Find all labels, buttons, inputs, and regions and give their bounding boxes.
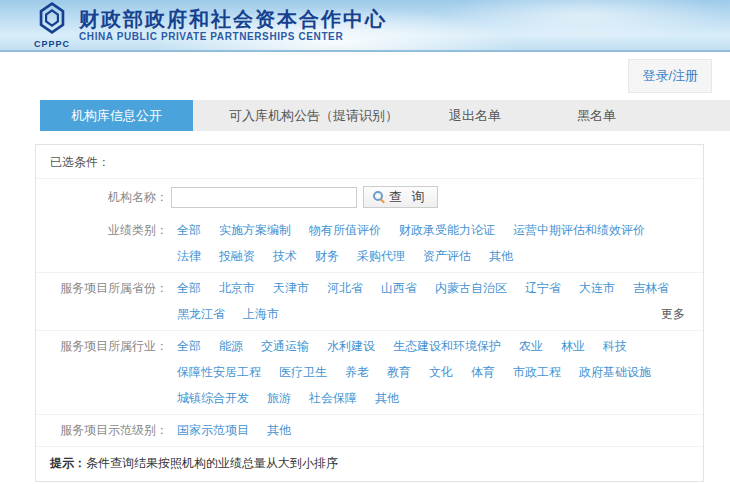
performance-category-option[interactable]: 资产评估 (423, 247, 471, 266)
project-province-options: 全部北京市天津市河北省山西省内蒙古自治区辽宁省大连市吉林省黑龙江省上海市更多 (168, 279, 689, 324)
site-title-en: CHINA PUBLIC PRIVATE PARTNERSHIPS CENTER (79, 31, 387, 42)
filter-row-project-province: 服务项目所属省份：全部北京市天津市河北省山西省内蒙古自治区辽宁省大连市吉林省黑龙… (36, 272, 703, 330)
project-province-option[interactable]: 天津市 (273, 279, 309, 298)
demonstration-level-option[interactable]: 国家示范项目 (177, 421, 249, 440)
project-industry-option[interactable]: 林业 (561, 337, 585, 356)
project-industry-option[interactable]: 旅游 (267, 389, 291, 408)
project-province-option[interactable]: 北京市 (219, 279, 255, 298)
selected-conditions-label: 已选条件： (50, 154, 110, 171)
search-icon (373, 191, 385, 203)
performance-category-option[interactable]: 运营中期评估和绩效评价 (513, 221, 645, 240)
project-industry-option[interactable]: 生态建设和环境保护 (393, 337, 501, 356)
performance-category-option[interactable]: 法律 (177, 247, 201, 266)
project-industry-option[interactable]: 保障性安居工程 (177, 363, 261, 382)
performance-category-option[interactable]: 财政承受能力论证 (399, 221, 495, 240)
performance-category-option[interactable]: 全部 (177, 221, 201, 240)
login-row: 登录/注册 (0, 52, 730, 92)
logo-acronym: CPPPC (34, 39, 70, 49)
performance-category-option[interactable]: 采购代理 (357, 247, 405, 266)
performance-category-option[interactable]: 其他 (489, 247, 513, 266)
project-industry-option[interactable]: 全部 (177, 337, 201, 356)
project-province-option[interactable]: 黑龙江省 (177, 305, 225, 324)
project-industry-option[interactable]: 医疗卫生 (279, 363, 327, 382)
performance-category-option[interactable]: 物有所值评价 (309, 221, 381, 240)
tab-2[interactable]: 可入库机构公告（提请识别） (211, 100, 416, 131)
site-header: CPPPC 财政部政府和社会资本合作中心 CHINA PUBLIC PRIVAT… (0, 0, 730, 52)
org-name-row: 机构名称： 查 询 (36, 178, 703, 215)
performance-category-option[interactable]: 实施方案编制 (219, 221, 291, 240)
performance-category-options: 全部实施方案编制物有所值评价财政承受能力论证运营中期评估和绩效评价法律投融资技术… (168, 221, 689, 266)
project-industry-option[interactable]: 科技 (603, 337, 627, 356)
project-province-option[interactable]: 吉林省 (633, 279, 669, 298)
project-industry-option[interactable]: 水利建设 (327, 337, 375, 356)
tip-row: 提示：条件查询结果按照机构的业绩总量从大到小排序 (36, 446, 703, 481)
performance-category-label: 业绩类别： (50, 221, 168, 240)
demonstration-level-label: 服务项目示范级别： (50, 421, 168, 440)
login-register-button[interactable]: 登录/注册 (628, 59, 712, 93)
filter-row-project-industry: 服务项目所属行业：全部能源交通运输水利建设生态建设和环境保护农业林业科技保障性安… (36, 330, 703, 414)
cpppc-logo: CPPPC (34, 2, 70, 49)
filter-row-demonstration-level: 服务项目示范级别：国家示范项目其他 (36, 414, 703, 446)
filter-panel: 已选条件： 机构名称： 查 询 业绩类别：全部实施方案编制物有所值评价财政承受能… (35, 144, 704, 482)
project-industry-label: 服务项目所属行业： (50, 337, 168, 356)
filter-row-performance-category: 业绩类别：全部实施方案编制物有所值评价财政承受能力论证运营中期评估和绩效评价法律… (36, 215, 703, 272)
project-industry-option[interactable]: 教育 (387, 363, 411, 382)
project-industry-option[interactable]: 社会保障 (309, 389, 357, 408)
project-industry-option[interactable]: 城镇综合开发 (177, 389, 249, 408)
project-industry-option[interactable]: 能源 (219, 337, 243, 356)
demonstration-level-options: 国家示范项目其他 (168, 421, 689, 440)
search-button[interactable]: 查 询 (363, 186, 438, 208)
performance-category-option[interactable]: 财务 (315, 247, 339, 266)
tab-4[interactable]: 黑名单 (534, 100, 659, 131)
project-province-option[interactable]: 全部 (177, 279, 201, 298)
tab-1[interactable]: 机构库信息公开 (40, 100, 193, 131)
project-industry-option[interactable]: 交通运输 (261, 337, 309, 356)
project-industry-option[interactable]: 农业 (519, 337, 543, 356)
project-province-option[interactable]: 大连市 (579, 279, 615, 298)
project-industry-option[interactable]: 养老 (345, 363, 369, 382)
project-province-option[interactable]: 辽宁省 (525, 279, 561, 298)
tab-3[interactable]: 退出名单 (416, 100, 534, 131)
tab-bar: 机构库信息公开可入库机构公告（提请识别）退出名单黑名单 (40, 100, 730, 131)
project-industry-options: 全部能源交通运输水利建设生态建设和环境保护农业林业科技保障性安居工程医疗卫生养老… (168, 337, 689, 408)
tip-label: 提示： (50, 455, 86, 472)
project-industry-option[interactable]: 文化 (429, 363, 453, 382)
project-province-label: 服务项目所属省份： (50, 279, 168, 298)
search-button-label: 查 询 (389, 188, 428, 206)
project-province-option[interactable]: 河北省 (327, 279, 363, 298)
org-name-input[interactable] (171, 187, 357, 208)
tip-text: 条件查询结果按照机构的业绩总量从大到小排序 (86, 455, 338, 472)
project-province-option[interactable]: 内蒙古自治区 (435, 279, 507, 298)
project-province-option[interactable]: 山西省 (381, 279, 417, 298)
performance-category-option[interactable]: 技术 (273, 247, 297, 266)
filter-rows: 业绩类别：全部实施方案编制物有所值评价财政承受能力论证运营中期评估和绩效评价法律… (36, 215, 703, 446)
project-industry-option[interactable]: 其他 (375, 389, 399, 408)
project-industry-option[interactable]: 政府基础设施 (579, 363, 651, 382)
performance-category-option[interactable]: 投融资 (219, 247, 255, 266)
page: CPPPC 财政部政府和社会资本合作中心 CHINA PUBLIC PRIVAT… (0, 0, 730, 484)
cpppc-logo-icon (35, 2, 69, 38)
project-province-more-link[interactable]: 更多 (661, 305, 685, 324)
project-industry-option[interactable]: 市政工程 (513, 363, 561, 382)
project-province-option[interactable]: 上海市 (243, 305, 279, 324)
project-industry-option[interactable]: 体育 (471, 363, 495, 382)
site-titles: 财政部政府和社会资本合作中心 CHINA PUBLIC PRIVATE PART… (79, 8, 387, 42)
selected-conditions-row: 已选条件： (36, 145, 703, 178)
site-title-zh: 财政部政府和社会资本合作中心 (79, 8, 387, 30)
demonstration-level-option[interactable]: 其他 (267, 421, 291, 440)
org-name-label: 机构名称： (50, 188, 168, 207)
